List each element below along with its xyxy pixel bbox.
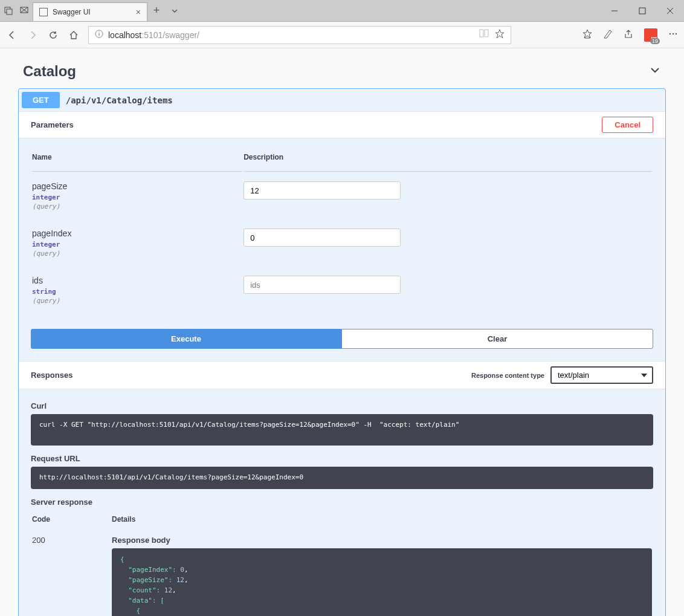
param-input-pageSize[interactable]	[244, 181, 401, 199]
request-url-block[interactable]: http://localhost:5101/api/v1/Catalog/ite…	[31, 467, 653, 489]
home-button[interactable]	[68, 29, 80, 41]
section-header[interactable]: Catalog	[18, 48, 666, 88]
param-name: ids	[32, 276, 242, 285]
param-row: pageSizeintegerquery	[32, 173, 652, 219]
tab-group-icon[interactable]	[2, 5, 15, 17]
close-window-button[interactable]	[656, 0, 684, 22]
curl-block[interactable]: curl -X GET "http://localhost:5101/api/v…	[31, 414, 653, 446]
server-response-label: Server response	[31, 498, 653, 507]
parameters-heading: Parameters	[31, 120, 74, 129]
response-body-label: Response body	[112, 536, 652, 545]
svg-point-6	[98, 31, 99, 32]
response-body-block[interactable]: { "pageIndex": 0, "pageSize": 12, "count…	[112, 548, 652, 617]
address-bar[interactable]: localhost:5101/swagger/	[88, 26, 511, 44]
extension-badge-icon[interactable]: •••	[644, 28, 657, 42]
response-code: 200	[32, 532, 111, 617]
forward-button[interactable]	[27, 29, 39, 41]
url-text: localhost:5101/swagger/	[108, 30, 199, 40]
svg-point-10	[673, 33, 674, 34]
http-method-badge: GET	[22, 92, 60, 108]
param-in: query	[32, 203, 242, 210]
operation-block: GET /api/v1/Catalog/items Parameters Can…	[18, 88, 666, 616]
col-description: Description	[244, 147, 652, 172]
param-row: pageIndexintegerquery	[32, 220, 652, 266]
operation-path: /api/v1/Catalog/items	[66, 96, 173, 105]
browser-tab[interactable]: Swagger UI ×	[33, 2, 147, 22]
tab-chevron-icon[interactable]	[166, 7, 184, 15]
param-type: integer	[32, 193, 242, 201]
param-in: query	[32, 250, 242, 258]
notes-icon[interactable]	[603, 29, 613, 41]
param-row: idsstringquery	[32, 267, 652, 313]
page-viewport[interactable]: Catalog GET /api/v1/Catalog/items Parame…	[0, 48, 684, 616]
param-name: pageIndex	[32, 229, 242, 238]
param-type: string	[32, 288, 242, 296]
back-button[interactable]	[6, 29, 18, 41]
param-input-ids[interactable]	[244, 276, 401, 294]
more-icon[interactable]	[668, 29, 678, 41]
favorites-bar-icon[interactable]	[582, 29, 592, 41]
parameters-bar: Parameters Cancel	[19, 111, 665, 138]
content-type-label: Response content type	[471, 372, 544, 379]
info-icon[interactable]	[95, 30, 103, 41]
parameters-table: Name Description pageSizeintegerquerypag…	[31, 146, 653, 314]
address-bar-row: localhost:5101/swagger/ •••	[0, 22, 684, 48]
reading-mode-icon[interactable]	[479, 29, 489, 41]
col-details: Details	[112, 511, 652, 531]
maximize-button[interactable]	[628, 0, 656, 22]
clear-button[interactable]: Clear	[341, 329, 653, 349]
refresh-button[interactable]	[47, 29, 59, 41]
cancel-button[interactable]: Cancel	[602, 117, 653, 133]
svg-rect-4	[639, 8, 645, 14]
param-name: pageSize	[32, 181, 242, 191]
svg-point-11	[676, 33, 677, 34]
favorite-icon[interactable]	[495, 29, 505, 41]
share-icon[interactable]	[624, 29, 633, 41]
request-url-label: Request URL	[31, 454, 653, 463]
tab-title: Swagger UI	[53, 8, 131, 16]
page-icon	[39, 8, 48, 16]
close-tab-icon[interactable]: ×	[136, 7, 141, 17]
param-in: query	[32, 297, 242, 305]
svg-rect-1	[7, 9, 12, 15]
curl-label: Curl	[31, 401, 653, 410]
execute-button[interactable]: Execute	[31, 329, 341, 349]
col-name: Name	[32, 147, 242, 172]
section-title: Catalog	[23, 63, 76, 80]
titlebar: Swagger UI × +	[0, 0, 684, 22]
content-type-select[interactable]: text/plain	[550, 366, 653, 384]
svg-point-9	[669, 33, 671, 34]
col-code: Code	[32, 511, 111, 531]
operation-summary[interactable]: GET /api/v1/Catalog/items	[19, 89, 665, 111]
responses-bar: Responses Response content type text/pla…	[19, 361, 665, 389]
minimize-button[interactable]	[601, 0, 628, 22]
responses-heading: Responses	[31, 371, 73, 380]
new-tab-button[interactable]: +	[147, 4, 166, 17]
param-type: integer	[32, 241, 242, 248]
param-input-pageIndex[interactable]	[244, 229, 401, 247]
tab-preview-icon[interactable]	[18, 5, 30, 17]
chevron-down-icon	[649, 64, 661, 79]
